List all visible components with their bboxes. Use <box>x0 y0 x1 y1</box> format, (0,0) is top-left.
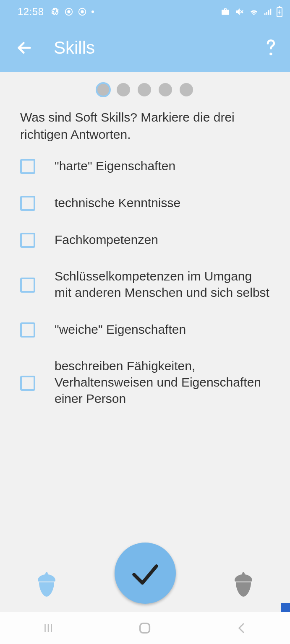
option-label: "harte" Eigenschaften <box>55 158 175 174</box>
battery-charging-icon <box>277 6 282 17</box>
record-icon-2 <box>78 7 87 16</box>
acorn-icon <box>232 571 255 599</box>
nav-home-button[interactable] <box>120 620 170 636</box>
option-row[interactable]: technische Kenntnisse <box>19 194 271 211</box>
option-row[interactable]: "weiche" Eigenschaften <box>19 321 271 338</box>
progress-dot-1[interactable] <box>97 84 109 96</box>
option-label: Schlüsselkompetenzen im Umgang mit ander… <box>55 268 271 301</box>
briefcase-icon <box>220 7 230 17</box>
progress-dots <box>0 72 290 109</box>
clock: 12:58 <box>18 6 44 18</box>
checkbox[interactable] <box>20 376 35 391</box>
option-label: "weiche" Eigenschaften <box>55 321 186 338</box>
status-bar: 12:58 <box>0 0 290 23</box>
corner-flag-icon <box>281 603 290 612</box>
submit-button[interactable] <box>115 543 176 604</box>
dot-icon <box>91 10 94 13</box>
wifi-icon <box>249 7 259 17</box>
home-icon <box>138 621 152 635</box>
svg-point-1 <box>67 10 70 13</box>
option-label: technische Kenntnisse <box>55 195 180 211</box>
nav-recents-button[interactable] <box>23 620 73 636</box>
checkbox[interactable] <box>20 322 35 338</box>
option-row[interactable]: Fachkompetenzen <box>19 231 271 248</box>
action-bar <box>0 558 290 612</box>
check-icon <box>128 556 162 590</box>
checkbox[interactable] <box>20 196 35 211</box>
help-button[interactable] <box>260 37 281 58</box>
checkbox[interactable] <box>20 278 35 293</box>
option-row[interactable]: beschreiben Fähigkeiten, Verhaltensweise… <box>19 358 271 407</box>
slack-icon <box>51 7 60 16</box>
acorn-icon <box>35 571 58 599</box>
option-row[interactable]: "harte" Eigenschaften <box>19 157 271 174</box>
signal-icon <box>263 7 272 16</box>
svg-point-4 <box>91 10 94 13</box>
progress-dot-3[interactable] <box>138 83 151 96</box>
progress-dot-4[interactable] <box>159 83 172 96</box>
page-title: Skills <box>54 38 260 58</box>
svg-point-8 <box>269 52 272 55</box>
status-left: 12:58 <box>18 6 94 18</box>
acorn-right-button[interactable] <box>230 570 256 600</box>
nav-back-button[interactable] <box>217 620 267 636</box>
option-label: beschreiben Fähigkeiten, Verhaltensweise… <box>55 358 271 407</box>
acorn-left-button[interactable] <box>34 570 60 600</box>
option-label: Fachkompetenzen <box>55 231 158 248</box>
system-nav-bar <box>0 612 290 644</box>
back-button[interactable] <box>16 39 33 56</box>
option-row[interactable]: Schlüsselkompetenzen im Umgang mit ander… <box>19 268 271 301</box>
svg-rect-6 <box>279 6 280 8</box>
chevron-left-icon <box>235 622 248 634</box>
progress-dot-5[interactable] <box>180 83 193 96</box>
svg-point-3 <box>81 10 84 13</box>
arrow-left-icon <box>16 39 33 56</box>
page-content: Was sind Soft Skills? Markiere die drei … <box>0 72 290 558</box>
question-icon <box>263 37 278 58</box>
record-icon <box>64 7 73 16</box>
question-text: Was sind Soft Skills? Markiere die drei … <box>0 109 290 143</box>
checkbox[interactable] <box>20 159 35 174</box>
options-list: "harte" Eigenschaften technische Kenntni… <box>0 157 290 407</box>
status-right <box>220 6 282 17</box>
progress-dot-2[interactable] <box>117 83 130 96</box>
checkbox[interactable] <box>20 233 35 248</box>
recents-icon <box>42 622 55 634</box>
app-bar: Skills <box>0 23 290 72</box>
svg-rect-12 <box>140 623 150 633</box>
mute-icon <box>235 7 245 17</box>
